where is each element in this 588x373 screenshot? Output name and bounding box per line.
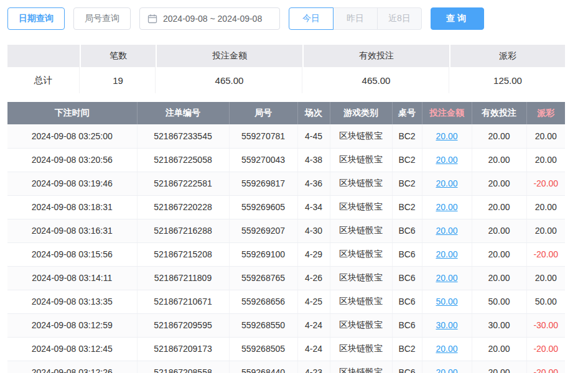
summary-total-bet-amount: 465.00 (157, 67, 302, 93)
bet-time-cell: 2024-09-08 03:12:26 (7, 361, 137, 373)
table-row: 2024-09-08 03:12:45521867209173559268505… (7, 337, 565, 361)
session-cell: 4-45 (297, 124, 330, 148)
table-no-cell: BC6 (392, 266, 422, 290)
bet-amount-cell: 20.00 (422, 195, 472, 219)
payout-cell: -20.00 (526, 361, 565, 373)
bet-amount-link[interactable]: 20.00 (436, 367, 457, 373)
column-header-bet-amount: 投注金额 (422, 102, 472, 124)
bet-amount-cell: 20.00 (422, 337, 472, 361)
table-no-cell: BC2 (392, 337, 422, 361)
session-cell: 4-36 (297, 172, 330, 195)
bet-id-cell: 521867215208 (137, 242, 229, 266)
valid-bet-cell: 20.00 (472, 195, 526, 219)
session-cell: 4-23 (297, 361, 330, 373)
table-no-cell: BC6 (392, 290, 422, 313)
game-type-cell: 区块链骰宝 (330, 361, 392, 373)
table-row: 2024-09-08 03:16:31521867216288559269207… (7, 219, 565, 242)
table-no-cell: BC6 (392, 313, 422, 337)
bet-amount-link[interactable]: 50.00 (436, 297, 457, 306)
bet-time-cell: 2024-09-08 03:19:46 (7, 172, 137, 195)
game-type-cell: 区块链骰宝 (330, 290, 392, 313)
bet-id-cell: 521867225058 (137, 148, 229, 172)
bet-time-cell: 2024-09-08 03:14:11 (7, 266, 137, 290)
bet-amount-link[interactable]: 20.00 (436, 202, 457, 212)
bet-amount-cell: 20.00 (422, 361, 472, 373)
bet-id-cell: 521867220228 (137, 195, 229, 219)
bet-id-cell: 521867233545 (137, 124, 229, 148)
game-type-cell: 区块链骰宝 (330, 124, 392, 148)
game-type-cell: 区块链骰宝 (330, 172, 392, 195)
bet-amount-cell: 20.00 (422, 172, 472, 195)
bet-amount-link[interactable]: 20.00 (436, 249, 457, 259)
round-id-cell: 559268656 (229, 290, 297, 313)
payout-cell: -30.00 (526, 313, 565, 337)
bet-time-cell: 2024-09-08 03:18:31 (7, 195, 137, 219)
table-row: 2024-09-08 03:14:11521867211809559268765… (7, 266, 565, 290)
table-no-cell: BC6 (392, 219, 422, 242)
valid-bet-cell: 20.00 (472, 361, 526, 373)
table-row: 2024-09-08 03:12:59521867209595559268550… (7, 313, 565, 337)
date-range-input[interactable]: 2024-09-08 ~ 2024-09-08 (139, 7, 280, 30)
column-header-bet-id: 注单编号 (137, 102, 229, 124)
round-id-cell: 559270781 (229, 124, 297, 148)
table-body: 2024-09-08 03:25:00521867233545559270781… (7, 124, 565, 373)
column-header-bet-time: 下注时间 (7, 102, 137, 124)
bet-amount-cell: 30.00 (422, 313, 472, 337)
table-no-cell: BC2 (392, 124, 422, 148)
last-8-days-button[interactable]: 近8日 (377, 7, 422, 30)
bet-amount-link[interactable]: 30.00 (436, 320, 457, 330)
column-header-table-no: 桌号 (392, 102, 422, 124)
summary-header-payout: 派彩 (450, 45, 565, 67)
bet-amount-link[interactable]: 20.00 (436, 178, 457, 188)
session-cell: 4-34 (297, 195, 330, 219)
round-id-cell: 559268505 (229, 337, 297, 361)
date-query-tab-button[interactable]: 日期查询 (7, 7, 65, 30)
payout-cell: -20.00 (526, 172, 565, 195)
bet-time-cell: 2024-09-08 03:16:31 (7, 219, 137, 242)
payout-cell: -20.00 (526, 242, 565, 266)
table-no-cell: BC2 (392, 148, 422, 172)
valid-bet-cell: 20.00 (472, 124, 526, 148)
bet-amount-cell: 50.00 (422, 290, 472, 313)
table-header-row: 下注时间注单编号局号场次游戏类别桌号投注金额有效投注派彩 (7, 102, 565, 124)
valid-bet-cell: 20.00 (472, 172, 526, 195)
bet-amount-link[interactable]: 20.00 (436, 131, 457, 141)
bet-amount-cell: 20.00 (422, 266, 472, 290)
summary-header-valid-bet: 有效投注 (304, 45, 449, 67)
table-row: 2024-09-08 03:18:31521867220228559269605… (7, 195, 565, 219)
valid-bet-cell: 30.00 (472, 313, 526, 337)
bet-id-cell: 521867216288 (137, 219, 229, 242)
bet-time-cell: 2024-09-08 03:13:35 (7, 290, 137, 313)
session-cell: 4-24 (297, 337, 330, 361)
payout-cell: 20.00 (526, 266, 565, 290)
bet-amount-cell: 20.00 (422, 219, 472, 242)
round-id-cell: 559269100 (229, 242, 297, 266)
table-no-cell: BC2 (392, 172, 422, 195)
search-button[interactable]: 查询 (431, 7, 484, 30)
bet-amount-cell: 20.00 (422, 148, 472, 172)
bet-amount-link[interactable]: 20.00 (436, 226, 457, 236)
round-id-cell: 559269605 (229, 195, 297, 219)
payout-cell: -20.00 (526, 337, 565, 361)
bet-time-cell: 2024-09-08 03:12:45 (7, 337, 137, 361)
summary-header-row: 笔数 投注金额 有效投注 派彩 (7, 45, 565, 67)
summary-total-valid-bet: 465.00 (304, 67, 449, 93)
bet-id-cell: 521867222581 (137, 172, 229, 195)
toolbar: 日期查询 局号查询 2024-09-08 ~ 2024-09-08 今日 昨日 … (0, 0, 588, 31)
bet-amount-link[interactable]: 20.00 (436, 273, 457, 283)
table-no-cell: BC6 (392, 361, 422, 373)
valid-bet-cell: 20.00 (472, 266, 526, 290)
bet-amount-link[interactable]: 20.00 (436, 155, 457, 165)
yesterday-button[interactable]: 昨日 (333, 7, 378, 30)
game-type-cell: 区块链骰宝 (330, 242, 392, 266)
table-row: 2024-09-08 03:25:00521867233545559270781… (7, 124, 565, 148)
summary-total-count: 19 (81, 67, 156, 93)
summary-header-count: 笔数 (81, 45, 156, 67)
round-id-cell: 559268440 (229, 361, 297, 373)
today-button[interactable]: 今日 (289, 7, 334, 30)
bet-amount-link[interactable]: 20.00 (436, 344, 457, 354)
column-header-valid-bet: 有效投注 (472, 102, 526, 124)
session-cell: 4-25 (297, 290, 330, 313)
valid-bet-cell: 50.00 (472, 290, 526, 313)
round-query-tab-button[interactable]: 局号查询 (73, 7, 131, 30)
